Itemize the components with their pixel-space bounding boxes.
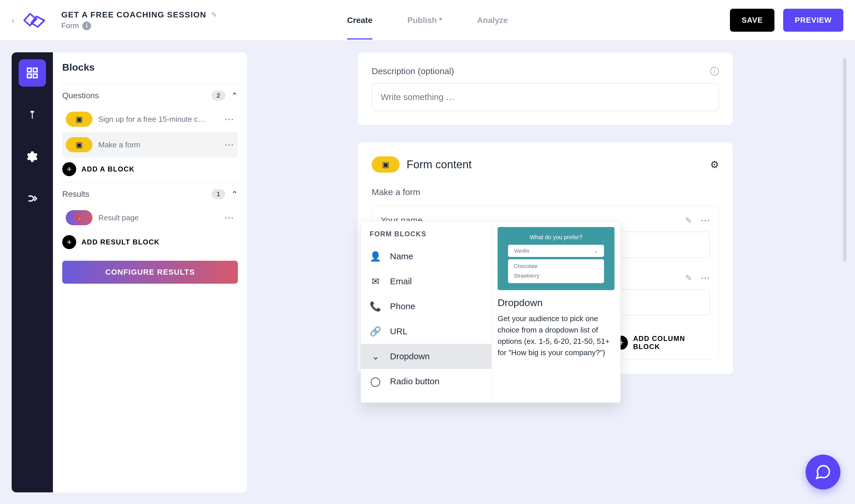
radio-icon: ◯ bbox=[370, 376, 381, 387]
person-icon: 👤 bbox=[370, 251, 381, 262]
popover-title: FORM BLOCKS bbox=[361, 230, 491, 244]
results-label: Results bbox=[62, 190, 89, 199]
preview-button[interactable]: PREVIEW bbox=[783, 9, 843, 32]
title-area: GET A FREE COACHING SESSION ✎ Form i bbox=[62, 10, 217, 30]
make-form-label: Make a form bbox=[372, 187, 719, 197]
popover-item-url[interactable]: 🔗 URL bbox=[361, 319, 491, 344]
add-block-button[interactable]: + ADD A BLOCK bbox=[62, 162, 135, 176]
chevron-up-icon: ⌃ bbox=[231, 91, 238, 101]
form-pill-icon: ▣ bbox=[66, 112, 92, 127]
phone-icon: 📞 bbox=[370, 301, 381, 312]
svg-rect-5 bbox=[32, 113, 33, 119]
popover-item-phone[interactable]: 📞 Phone bbox=[361, 294, 491, 319]
tab-analyze[interactable]: Analyze bbox=[477, 1, 508, 39]
chevron-down-icon: ⌄ bbox=[594, 248, 598, 254]
form-pill-icon: ▣ bbox=[66, 137, 92, 152]
form-blocks-popover: FORM BLOCKS 👤 Name ✉ Email 📞 Phone 🔗 URL… bbox=[361, 221, 621, 403]
top-header: ‹ GET A FREE COACHING SESSION ✎ Form i C… bbox=[0, 0, 855, 41]
question-item[interactable]: ▣ Make a form ⋯ bbox=[62, 132, 238, 158]
back-chevron-icon[interactable]: ‹ bbox=[12, 15, 15, 25]
popover-list: FORM BLOCKS 👤 Name ✉ Email 📞 Phone 🔗 URL… bbox=[361, 221, 492, 402]
popover-heading: Dropdown bbox=[498, 297, 614, 308]
edit-pencil-icon[interactable]: ✎ bbox=[685, 273, 692, 283]
add-result-label: ADD RESULT BLOCK bbox=[82, 238, 160, 246]
more-icon[interactable]: ⋯ bbox=[701, 272, 710, 283]
popover-item-label: Dropdown bbox=[390, 352, 430, 361]
form-pill-icon: ▣ bbox=[372, 156, 400, 173]
scrollbar[interactable] bbox=[843, 58, 846, 262]
info-icon[interactable]: i bbox=[82, 21, 91, 30]
question-item[interactable]: ▣ Sign up for a free 15-minute c… ⋯ bbox=[62, 106, 238, 132]
page-title: GET A FREE COACHING SESSION bbox=[62, 10, 207, 19]
svg-rect-4 bbox=[31, 111, 34, 113]
rail-design-icon[interactable] bbox=[19, 101, 46, 128]
link-icon: 🔗 bbox=[370, 326, 381, 337]
svg-rect-3 bbox=[33, 74, 37, 78]
add-column-block-button[interactable]: + ADD COLUMN BLOCK bbox=[615, 335, 710, 351]
preview-option: Chocolate bbox=[508, 262, 604, 271]
question-label: Make a form bbox=[98, 140, 219, 149]
rail-settings-icon[interactable] bbox=[19, 143, 46, 170]
icon-rail bbox=[12, 52, 53, 492]
rail-blocks-icon[interactable] bbox=[19, 59, 46, 87]
preview-selected: Vanilla bbox=[514, 248, 529, 254]
svg-rect-0 bbox=[28, 68, 31, 72]
info-icon[interactable]: i bbox=[710, 67, 719, 76]
more-icon[interactable]: ⋯ bbox=[225, 114, 234, 125]
save-button[interactable]: SAVE bbox=[730, 9, 774, 32]
rail-logic-icon[interactable] bbox=[19, 185, 46, 212]
results-section: Results 1 ⌃ 🔖 Result page ⋯ + ADD RESULT… bbox=[62, 182, 238, 284]
configure-results-button[interactable]: CONFIGURE RESULTS bbox=[62, 261, 238, 284]
add-column-block-label: ADD COLUMN BLOCK bbox=[633, 335, 710, 351]
more-icon[interactable]: ⋯ bbox=[701, 215, 710, 226]
logo[interactable] bbox=[21, 9, 50, 32]
results-count: 1 bbox=[211, 189, 225, 199]
more-icon[interactable]: ⋯ bbox=[225, 212, 234, 223]
popover-item-label: Name bbox=[390, 251, 413, 261]
help-chat-button[interactable] bbox=[806, 455, 840, 489]
edit-pencil-icon[interactable]: ✎ bbox=[211, 11, 217, 19]
preview-select: Vanilla ⌄ bbox=[508, 245, 604, 257]
gear-icon[interactable]: ⚙ bbox=[710, 159, 719, 170]
chevron-down-icon: ⌄ bbox=[370, 351, 381, 362]
popover-item-dropdown[interactable]: ⌄ Dropdown bbox=[361, 344, 491, 369]
tab-create[interactable]: Create bbox=[347, 1, 372, 39]
result-label: Result page bbox=[98, 213, 219, 222]
questions-section: Questions 2 ⌃ ▣ Sign up for a free 15-mi… bbox=[62, 84, 238, 176]
plus-icon: + bbox=[62, 162, 76, 176]
questions-header[interactable]: Questions 2 ⌃ bbox=[62, 91, 238, 101]
popover-preview: What do you prefer? Vanilla ⌄ Chocolate … bbox=[492, 221, 620, 402]
description-label: Description (optional) bbox=[372, 66, 454, 76]
result-pill-icon: 🔖 bbox=[66, 210, 92, 225]
preview-option: Strawberry bbox=[508, 271, 604, 281]
add-block-label: ADD A BLOCK bbox=[82, 165, 135, 173]
tabs: Create Publish * Analyze bbox=[347, 1, 508, 39]
blocks-title: Blocks bbox=[62, 61, 238, 73]
svg-rect-1 bbox=[33, 68, 37, 72]
dropdown-preview: What do you prefer? Vanilla ⌄ Chocolate … bbox=[498, 227, 614, 290]
popover-item-name[interactable]: 👤 Name bbox=[361, 244, 491, 269]
subtitle: Form bbox=[62, 21, 79, 30]
more-icon[interactable]: ⋯ bbox=[225, 139, 234, 150]
popover-item-email[interactable]: ✉ Email bbox=[361, 269, 491, 294]
popover-item-label: Radio button bbox=[390, 376, 439, 386]
popover-item-label: URL bbox=[390, 326, 407, 336]
form-content-title: Form content bbox=[406, 158, 472, 171]
left-panel: Blocks Questions 2 ⌃ ▣ Sign up for a fre… bbox=[12, 52, 247, 492]
edit-pencil-icon[interactable]: ✎ bbox=[685, 216, 692, 225]
preview-question: What do you prefer? bbox=[508, 234, 604, 241]
popover-item-label: Email bbox=[390, 276, 412, 286]
preview-options: Chocolate Strawberry bbox=[508, 259, 604, 283]
tab-publish[interactable]: Publish * bbox=[407, 1, 442, 39]
description-input[interactable] bbox=[372, 83, 719, 111]
blocks-panel: Blocks Questions 2 ⌃ ▣ Sign up for a fre… bbox=[53, 52, 247, 492]
chevron-up-icon: ⌃ bbox=[231, 190, 238, 199]
results-header[interactable]: Results 1 ⌃ bbox=[62, 189, 238, 199]
result-item[interactable]: 🔖 Result page ⋯ bbox=[62, 205, 238, 231]
top-actions: SAVE PREVIEW bbox=[730, 9, 843, 32]
plus-icon: + bbox=[62, 235, 76, 249]
popover-item-label: Phone bbox=[390, 301, 415, 311]
popover-item-radio[interactable]: ◯ Radio button bbox=[361, 369, 491, 394]
question-label: Sign up for a free 15-minute c… bbox=[98, 115, 219, 124]
add-result-button[interactable]: + ADD RESULT BLOCK bbox=[62, 235, 160, 249]
